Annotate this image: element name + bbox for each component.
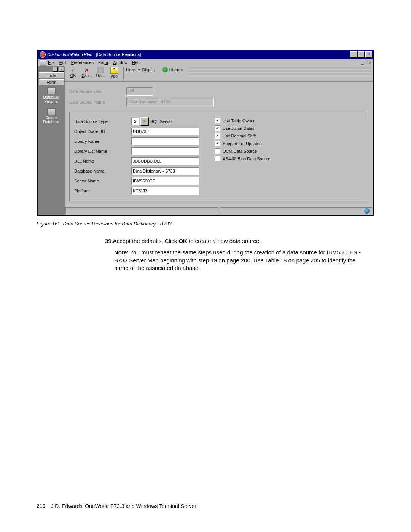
mdi-close-button[interactable]: × (369, 60, 371, 65)
tools-sidebar: ▭ × Tools Form Database Params. Default … (38, 66, 65, 215)
menu-form[interactable]: Form (98, 60, 108, 65)
label-data-source-type: Data Source Type (74, 119, 131, 124)
check-icon: ✓ (70, 67, 76, 73)
titlebar: Custom Installation Plan - [Data Source … (38, 50, 373, 59)
label-library-list-name: Library List Name (74, 149, 131, 153)
internet-link[interactable]: Internet (162, 67, 183, 72)
use-julian-dates-checkbox[interactable]: ✓ (215, 125, 220, 131)
menu-file[interactable]: File (48, 60, 55, 65)
menu-help[interactable]: Help (132, 60, 141, 65)
minimize-button[interactable]: _ (350, 51, 357, 58)
sidebar-close-button[interactable]: × (59, 67, 64, 72)
statusbar (65, 206, 373, 215)
label-data-source-name: Data Source Name (69, 100, 126, 104)
figure-caption: Figure 161. Data Source Revisions for Da… (37, 221, 374, 227)
display-button[interactable]: Dis... (94, 67, 107, 80)
dll-name-input[interactable] (131, 157, 199, 165)
as400-blob-label: AS/400 Blob Data Source (223, 157, 270, 161)
close-button[interactable]: × (365, 51, 372, 58)
sidebar-item-db-params[interactable]: Database Params. (38, 85, 65, 106)
support-for-updates-label: Support For Updates (223, 141, 261, 146)
mdi-minimize-button[interactable]: _ (361, 60, 363, 65)
use-table-owner-label: Use Table Owner (223, 118, 255, 123)
doc-icon (40, 59, 46, 66)
cancel-button[interactable]: ✕ Can... (80, 67, 94, 80)
label-library-name: Library Name (74, 139, 131, 144)
menu-window[interactable]: Window (113, 60, 127, 65)
cross-icon: ✕ (83, 67, 90, 73)
statusbar-cell-2 (220, 207, 372, 214)
sidebar-item-default-db[interactable]: Default Database (38, 106, 65, 126)
label-object-owner-id: Object Owner ID (74, 129, 131, 134)
label-platform: Platform (74, 189, 131, 193)
db-params-icon (47, 88, 56, 94)
globe-icon (162, 67, 168, 72)
sidebar-form-header[interactable]: Form (39, 79, 64, 85)
form-toolbar: ✓ OK ✕ Can... Dis... ? (65, 66, 373, 82)
data-source-type-text: SQL Server (150, 119, 172, 124)
display-icon (97, 67, 104, 73)
displ-link[interactable]: Displ... (142, 67, 155, 72)
details-groupbox: Data Source Type S ➤ SQL Server Object O… (69, 112, 368, 201)
use-decimal-shift-label: Use Decimal Shift (223, 134, 256, 138)
library-list-name-input[interactable] (131, 147, 199, 155)
database-name-input[interactable] (131, 167, 199, 175)
default-db-icon (47, 108, 56, 115)
window-title: Custom Installation Plan - [Data Source … (47, 52, 349, 57)
ocm-data-source-checkbox[interactable] (215, 148, 220, 154)
toolbar-filler (186, 67, 371, 78)
platform-input[interactable] (131, 187, 199, 195)
page-footer: 210J.D. Edwards' OneWorld B73.3 and Wind… (37, 503, 196, 509)
label-data-source-use: Data Source Use (69, 89, 126, 94)
use-decimal-shift-checkbox[interactable]: ✓ (215, 133, 220, 139)
sidebar-dock-button[interactable]: ▭ (53, 67, 58, 72)
server-name-input[interactable] (131, 177, 199, 185)
maximize-button[interactable]: □ (358, 51, 365, 58)
menu-preferences[interactable]: Preferences (71, 60, 94, 65)
menu-edit[interactable]: Edit (59, 60, 67, 65)
links-label[interactable]: Links (126, 67, 136, 72)
library-name-input[interactable] (131, 137, 199, 145)
object-owner-id-input[interactable] (131, 128, 199, 135)
mdi-restore-button[interactable]: ❐ (365, 60, 368, 65)
statusbar-cell-1 (65, 207, 218, 214)
about-button[interactable]: ? Abo (107, 67, 121, 80)
about-icon: ? (110, 67, 118, 74)
ok-button[interactable]: ✓ OK (66, 67, 80, 80)
step-39: 39.Accept the defaults. Click OK to crea… (105, 237, 364, 245)
app-icon (40, 51, 46, 58)
note-text: Note: You must repeat the same steps use… (114, 249, 364, 272)
use-julian-dates-label: Use Julian Dates (223, 126, 254, 131)
value-data-source-use: DB (126, 87, 153, 96)
label-server-name: Server Name (74, 179, 131, 183)
menubar: File Edit Preferences Form Window Help _… (38, 59, 373, 66)
value-data-source-name: Data Dictionary - B733 (126, 98, 214, 106)
label-dll-name: DLL Name (74, 159, 131, 163)
sidebar-tools-header[interactable]: Tools (39, 72, 64, 78)
support-for-updates-checkbox[interactable]: ✓ (215, 141, 220, 146)
data-source-type-code[interactable]: S (131, 118, 139, 125)
data-source-type-lookup-button[interactable]: ➤ (140, 117, 149, 126)
label-database-name: Database Name (74, 169, 131, 173)
chevron-down-icon[interactable]: ▼ (137, 68, 141, 72)
ocm-data-source-label: OCM Data Source (223, 149, 257, 153)
as400-blob-checkbox[interactable] (215, 156, 220, 161)
use-table-owner-checkbox[interactable]: ✓ (215, 118, 220, 123)
app-window: Custom Installation Plan - [Data Source … (37, 50, 374, 216)
